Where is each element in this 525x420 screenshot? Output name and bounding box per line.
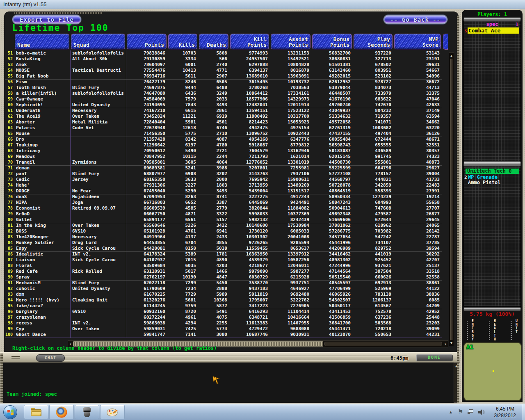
scroll-down-icon[interactable]: ▼: [449, 341, 454, 345]
assist-points-cell: 13151517: [270, 188, 311, 194]
table-row[interactable]: 77NIPAJoga667168036652338764450699424491…: [5, 200, 442, 205]
table-row[interactable]: 52BustaKingAll About 30k7913085933345662…: [5, 56, 442, 62]
table-row[interactable]: 58a killer(infil)sublofolofollofolis7464…: [5, 91, 442, 96]
column-header-kills[interactable]: Kills: [168, 34, 197, 50]
table-row[interactable]: 57Tooth BrushBlind Fury74697875944464883…: [5, 85, 442, 91]
player-list[interactable]: spec 1 s Combat Ace: [463, 21, 521, 169]
column-header-kill-points[interactable]: Kill Points: [230, 34, 269, 50]
table-row[interactable]: 59Cwa~0wnage7458406975792033185779061432…: [5, 96, 442, 102]
table-row[interactable]: 54MOOSETactical Destructi775544761041347…: [5, 68, 442, 73]
table-row[interactable]: 83The420BongerNecessary64919964413724331…: [5, 234, 442, 240]
column-header-points[interactable]: Points: [127, 34, 167, 50]
table-row[interactable]: 51bob-o-maticsublofolofollofolis79838846…: [5, 50, 442, 56]
hidden-icons-arrow-icon[interactable]: ▲: [449, 410, 453, 414]
table-row[interactable]: 100Ghost Dance59841747714130801068774690…: [5, 332, 442, 338]
table-row[interactable]: 85EspySick Cycle Carou644200818158503811…: [5, 246, 442, 251]
assist-points-cell: 14329973: [270, 96, 311, 102]
table-row[interactable]: 71dcman696893815241398832078017255981592…: [5, 165, 442, 171]
table-row[interactable]: 82BOSS6VS1065101928476169411730120608503…: [5, 228, 442, 234]
table-row[interactable]: 63AborterMetal Militia728404045981450182…: [5, 119, 442, 125]
column-header-name[interactable]: Name: [15, 34, 69, 50]
table-row[interactable]: 89Red CafeRick Rolled6311093150171466997…: [5, 269, 442, 274]
inventory-skill-selected[interactable]: Unittech Tech 0: [466, 169, 519, 174]
column-header-assist-points[interactable]: Assist Points: [271, 34, 310, 50]
table-row[interactable]: 86IdealisticINT v2.641783245389178116363…: [5, 251, 442, 257]
table-row[interactable]: 65Mouse714563505775271013096752109224434…: [5, 131, 442, 137]
table-row[interactable]: 55Big Fat Noob76934716561129071368961013…: [5, 73, 442, 79]
taskbar-button-paint[interactable]: [100, 405, 125, 419]
table-row[interactable]: 56Fism7642217982466505361549510193732626…: [5, 79, 442, 85]
resize-grip-icon[interactable]: [11, 356, 20, 359]
table-row[interactable]: 90Spray627621971019048476030729621592850…: [5, 274, 442, 280]
column-header-partial[interactable]: [443, 34, 448, 50]
name-cell: MechanisM: [14, 280, 70, 286]
column-header-play-seconds[interactable]: Play Seconds: [354, 34, 393, 50]
column-header-bonus-points[interactable]: Bonus Points: [312, 34, 352, 50]
minimap[interactable]: A1: [463, 342, 522, 401]
squad-cell: INT v2.: [70, 251, 126, 257]
table-row[interactable]: 66Dro71357428834240874954168634777660055…: [5, 137, 442, 142]
table-row[interactable]: 72panTBlind Fury688079776908320231437637…: [5, 171, 442, 177]
inventory-list[interactable]: Unittech Tech 0 2 WP Grenade Ammo Pistol: [463, 167, 521, 307]
table-row[interactable]: 61UnderoathNecessary74167210661528611359…: [5, 108, 442, 114]
table-row[interactable]: 84Monkey SoldierDrug Lord644538556704385…: [5, 240, 442, 246]
window-titlebar[interactable]: Infantry (tm) v1.55: [0, 0, 525, 9]
table-row[interactable]: 62The Ace19Over Taken7345282411221691911…: [5, 114, 442, 119]
table-row[interactable]: 73CedicJerzey681653503633200076959421590…: [5, 177, 442, 183]
table-row[interactable]: 92coholicUnited Dynasty61790609723428889…: [5, 286, 442, 292]
scroll-right-icon[interactable]: ›: [443, 341, 448, 347]
inventory-item[interactable]: WP Grenade: [468, 174, 498, 180]
table-row[interactable]: 95fake/cara?6114424597595872341722372769…: [5, 303, 442, 309]
table-row[interactable]: 64PolarisCode Vet72678948126186746494247…: [5, 125, 442, 131]
table-row[interactable]: 67Toukinup712966426197478059180878779812…: [5, 142, 442, 148]
action-center-flag-icon[interactable]: ⚑: [458, 408, 463, 415]
show-desktop-button[interactable]: [522, 404, 525, 420]
table-row[interactable]: 74Hehe'679313063227180337139591348926950…: [5, 183, 442, 188]
chat-area[interactable]: Team joined: spec: [3, 363, 454, 403]
column-header-mvp-score[interactable]: MVP Score: [394, 34, 441, 50]
table-row[interactable]: 70TranqilZyrmidons7058580136054064127760…: [5, 160, 442, 165]
table-row[interactable]: 81Im the kingOver Taken65560646522634221…: [5, 223, 442, 228]
table-row[interactable]: 53Amok7860409760012740629788810804828615…: [5, 62, 442, 68]
table-row[interactable]: 78EconomistRetired 09.09.076660953945852…: [5, 205, 442, 211]
table-row[interactable]: 97crazyoleman602722444961407563487211041…: [5, 315, 442, 320]
deaths-cell: 6488: [198, 85, 229, 91]
team-row[interactable]: spec 1: [464, 22, 520, 27]
table-row[interactable]: 98recessINT v2.5986303842942255116133831…: [5, 320, 442, 326]
kill-points-cell: 12482041: [229, 102, 270, 108]
mvp-score-cell: 39004: [393, 171, 442, 177]
table-row[interactable]: 79Br0oD660677504871332259980331037736949…: [5, 211, 442, 217]
points-cell: 70585801: [126, 160, 167, 165]
table-row[interactable]: 87LiaisonSick Cycle Carou641079377015489…: [5, 257, 442, 263]
table-row[interactable]: 88Floral63509684603542034218677120460114…: [5, 263, 442, 269]
speaker-icon[interactable]: [478, 409, 485, 415]
table-row[interactable]: 91MechanisMBlind Fury6202211872995450353…: [5, 280, 442, 286]
table-row[interactable]: 69Meadows7084795210115224472117931621014…: [5, 154, 442, 160]
taskbar-button-explorer[interactable]: [24, 405, 48, 419]
table-row[interactable]: 75DODGENo Fear67455040529034935439004131…: [5, 188, 442, 194]
go-back-button[interactable]: -- Go Back --: [383, 15, 447, 24]
taskbar-button-infantry[interactable]: [75, 405, 99, 419]
start-button[interactable]: [3, 405, 17, 419]
table-row[interactable]: 68Intricacy70950612549027217604579131629…: [5, 148, 442, 154]
player-row[interactable]: s Combat Ace: [464, 27, 520, 34]
table-row[interactable]: 99CypOver Taken5985903174255774472947296…: [5, 326, 442, 332]
table-row[interactable]: 94Hero !!!!! (hvy)Cloaking Unit613202765…: [5, 297, 442, 303]
column-header-squad[interactable]: Squad: [71, 34, 125, 50]
table-row[interactable]: 76dnaSMujahideen670949538263874132272754…: [5, 194, 442, 200]
table-row[interactable]: 96burglary6VS106093216087205491641629311…: [5, 309, 442, 315]
column-header-deaths[interactable]: Deaths: [199, 34, 228, 50]
table-row[interactable]: 60Sephiroth!United Dynasty74194695784334…: [5, 102, 442, 108]
horizontal-scrollbar-track[interactable]: [324, 342, 442, 346]
network-icon[interactable]: [468, 409, 473, 414]
taskbar-clock[interactable]: 6:45 PM 3/28/2012: [494, 406, 516, 419]
chat-tab[interactable]: CHAT: [36, 354, 65, 362]
taskbar-button-firefox[interactable]: [49, 405, 74, 419]
vertical-scrollbar-thumb[interactable]: [450, 58, 453, 340]
done-button[interactable]: DONE: [416, 354, 453, 361]
scroll-up-icon[interactable]: ▲: [449, 54, 454, 58]
table-row[interactable]: 93dxm61670225772959895911819969248046065…: [5, 292, 442, 297]
table-row[interactable]: 80Gallet65894177656151575982132824243951…: [5, 217, 442, 223]
vertical-scrollbar[interactable]: ▲ ▼: [449, 52, 454, 346]
inventory-item[interactable]: Ammo Pistol: [468, 180, 500, 185]
